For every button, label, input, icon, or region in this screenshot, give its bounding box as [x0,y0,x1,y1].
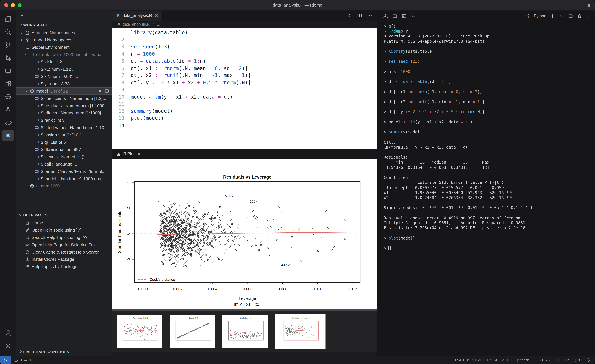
status-ln-14-col-1[interactable]: Ln 14, Col 1 [487,358,509,362]
tree-row-loaded-namespaces[interactable]: Loaded Namespaces [16,36,112,43]
plot-scrollbar[interactable] [112,308,377,311]
tree-row-fitted-values-named-num-1-10[interactable]: $ fitted.values: Named num [1:10... [16,124,112,131]
plot-thumbnail-normal-q-q[interactable]: Normal Q-Q [170,315,215,348]
code-line-14[interactable]: 14 [112,122,377,129]
help-pages-section-header[interactable]: HELP PAGES [16,211,112,219]
code-line-3[interactable]: 3set.seed(123) [112,43,377,51]
activity-run-debug[interactable] [2,52,14,63]
code-line-10[interactable]: 10model ← lm(y ~ x1 + x2, data = dt) [112,93,377,101]
customize-layout-icon[interactable] [585,2,595,8]
tree-row-effects-named-num-1-1000[interactable]: $ effects : Named num [1:1000] -... [16,109,112,117]
tree-row-assign-int-1-3-0-1[interactable]: $ assign : int [1:3] 0 1 ... [16,131,112,138]
activity-source-control[interactable] [2,39,14,50]
activity-live-share[interactable] [2,91,14,102]
zoom-window-button[interactable] [18,3,21,7]
terminal-output[interactable]: > q()➜ rdemo rR version 4.1.3 (2022-03-1… [377,21,595,356]
code-line-12[interactable]: 12summary(model) [112,108,377,115]
code-line-11[interactable]: 11 [112,101,377,108]
close-tab-icon[interactable] [154,13,159,18]
code-line-13[interactable]: 13plot(model) [112,115,377,122]
tree-row-residuals-named-num-1-1000[interactable]: $ residuals : Named num [1:1000... [16,102,112,109]
tree-row-dt[interactable]: dtdata.table: 1000 obs. of 4 varia... [16,51,112,58]
activity-testing[interactable] [2,104,14,115]
close-window-button[interactable] [4,3,8,7]
terminal-selector[interactable]: Python [534,14,546,18]
launch-icon[interactable] [525,14,530,18]
tree-row-global-environment[interactable]: Global Environment [16,43,112,51]
tree-row-x1-num-1-12[interactable]: $ x1: num -1.12 ... [16,65,112,73]
tab-data-analysis-r[interactable]: R data_analysis.R [112,11,163,21]
open-split-icon[interactable] [105,89,109,93]
split-terminal-icon[interactable] [568,14,573,18]
run-source-icon[interactable] [347,13,352,18]
tree-row-terms-classes-terms-formul[interactable]: $ terms :Classes 'terms', 'formul... [16,168,112,175]
plot-more-icon[interactable] [367,151,377,157]
kill-terminal-icon[interactable] [577,14,582,18]
code-line-2[interactable]: 2 [112,36,377,43]
panel-terminal-icon[interactable] [400,12,408,20]
close-panel-icon[interactable] [586,14,591,18]
tree-row-id-int-1-2[interactable]: $ id: int 1 2 ... [16,58,112,65]
live-share-section-header[interactable]: LIVE SHARE CONTROLS [16,347,112,356]
tree-row-coefficients-named-num-1-3[interactable]: $ coefficients : Named num [1:3]... [16,95,112,102]
activity-remote-explorer[interactable] [2,65,14,76]
tree-row-y-num-3-33[interactable]: $ y : num -3.33 ... [16,80,112,87]
bell-icon[interactable] [586,358,590,362]
status-spaces-2[interactable]: Spaces: 2 [515,358,532,362]
tree-row-x2-num-0-681[interactable]: $ x2: num -0.681 ... [16,73,112,80]
activity-r-view[interactable]: R [2,130,14,141]
new-terminal-icon[interactable] [550,14,555,18]
code-editor[interactable]: 1library(data.table)23set.seed(123)4n ← … [112,28,377,149]
plot-thumbnail-residuals-vs-fitted[interactable]: Residuals vs Fitted [117,315,162,348]
workspace-section-header[interactable]: WORKSPACE [16,21,112,29]
breadcrumb[interactable]: R data_analysis.R ... [112,21,377,28]
broadcast-icon[interactable] [575,358,580,362]
code-line-4[interactable]: 4n ← 1000 [112,51,377,58]
activity-search[interactable] [2,26,14,37]
help-item-open-help-page-for-selected-text[interactable]: abcOpen Help Page for Selected Text [16,241,112,248]
code-line-8[interactable]: 8dt[, y := 2 * x1 + x2 + 0.5 * rnorm(.N)… [112,79,377,86]
tree-row-xlevels-named-list[interactable]: $ xlevels : Named list() [16,153,112,160]
help-item-open-help-topic-using[interactable]: Open Help Topic using `?` [16,226,112,234]
tree-row-call-language[interactable]: $ call : language ... [16,160,112,168]
panel-checklist-icon[interactable] [409,12,418,20]
close-plot-tab-icon[interactable] [137,152,142,156]
activity-settings[interactable] [2,340,14,351]
help-item-install-cran-package[interactable]: Install CRAN Package [16,255,112,263]
minimize-window-button[interactable] [11,3,15,7]
tree-row-attached-namespaces[interactable]: Attached Namespaces [16,29,112,36]
help-item-help-topics-by-package[interactable]: Help Topics by Package [16,263,112,270]
activity-docker[interactable] [2,117,14,128]
code-line-5[interactable]: 5dt ← data.table(id = 1:n) [112,58,377,65]
tree-row-qr-list-of-5[interactable]: $ qr :List of 5 [16,138,112,146]
status-lf[interactable]: LF [556,358,560,362]
editor-more-icon[interactable] [367,13,372,18]
close-icon[interactable] [98,89,102,93]
status-utf-8[interactable]: UTF-8 [538,358,550,362]
code-line-1[interactable]: 1library(data.table) [112,29,377,36]
tree-row-model[interactable]: modelList of 12 [16,87,112,95]
status-r[interactable]: R [566,358,569,362]
chevron-down-icon[interactable] [559,14,564,18]
tab-r-plot[interactable]: R Plot [112,149,145,159]
status-r-4-1-3-25159[interactable]: R 4.1.3: 25159 [455,358,481,362]
tree-row-rank-int-3[interactable]: $ rank : int 3 [16,117,112,124]
activity-extensions[interactable] [2,78,14,89]
panel-warning-icon[interactable] [381,12,390,20]
code-line-7[interactable]: 7dt[, x2 := runif(.N, min = -1, max = 1)… [112,72,377,79]
help-item-clear-cache-restart-help-server[interactable]: Clear Cache & Restart Help Server [16,248,112,255]
remote-indicator[interactable] [0,356,11,364]
plot-thumbnail-scale-location[interactable]: Scale-Location [222,315,268,348]
tree-row-model-data-frame-1000-obs[interactable]: $ model :'data.frame': 1000 obs. ... [16,175,112,182]
activity-account[interactable] [2,327,14,338]
problems-status[interactable]: 00 [11,358,34,362]
help-item-home[interactable]: Home [16,219,112,226]
tree-row-df-residual-int-997[interactable]: $ df.residual : int 997 [16,146,112,153]
panel-split-panel-icon[interactable] [390,12,399,20]
help-item-search-help-topics-using[interactable]: Search Help Topics using `??` [16,234,112,241]
code-line-6[interactable]: 6dt[, x1 := rnorm(.N, mean = 0, sd = 2)] [112,65,377,72]
activity-explorer[interactable] [2,13,14,25]
code-line-9[interactable]: 9 [112,86,377,93]
plot-thumbnail-residuals-vs-leverage[interactable]: Residuals vs Leverage [275,314,326,349]
tree-row-n[interactable]: nnum 1000 [16,182,112,189]
